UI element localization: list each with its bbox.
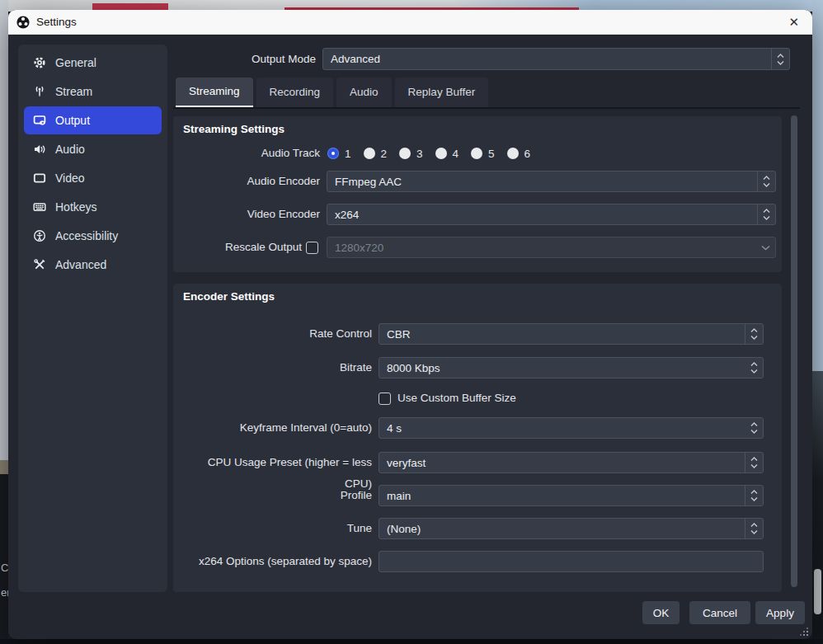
- content-scrollbar[interactable]: [791, 115, 797, 587]
- dropdown-arrows: [757, 204, 775, 224]
- bitrate-value: 8000 Kbps: [387, 362, 440, 374]
- sidebar-item-label: Stream: [55, 85, 92, 98]
- radio-label: 2: [381, 148, 388, 160]
- desktop-right-strip: [812, 0, 823, 371]
- radio-circle: [435, 148, 447, 159]
- desktop-left-dark-strip: [0, 474, 8, 644]
- tab-separator: [173, 107, 800, 109]
- x264-options-input[interactable]: [379, 551, 764, 572]
- output-mode-value: Advanced: [331, 53, 380, 65]
- audio-encoder-select[interactable]: FFmpeg AAC: [327, 171, 776, 192]
- speaker-icon: [33, 143, 46, 156]
- rescale-output-checkbox[interactable]: [306, 242, 318, 254]
- dropdown-arrows: [745, 453, 763, 472]
- sidebar-item-label: Audio: [55, 143, 85, 156]
- sidebar-item-label: Advanced: [55, 258, 106, 271]
- tab-replay-buffer[interactable]: Replay Buffer: [395, 78, 489, 107]
- spin-up-arrow[interactable]: [750, 362, 758, 367]
- audio-track-radio-3[interactable]: 3: [399, 148, 423, 160]
- radio-label: 6: [524, 148, 531, 160]
- video-encoder-label: Video Encoder: [181, 204, 320, 225]
- ok-button[interactable]: OK: [642, 601, 680, 624]
- resize-grip[interactable]: [798, 626, 808, 636]
- sidebar-item-general[interactable]: General: [24, 49, 162, 77]
- spin-down-arrow[interactable]: [750, 429, 758, 434]
- dropdown-arrows: [757, 172, 775, 191]
- antenna-icon: [33, 85, 46, 98]
- tune-value: (None): [387, 523, 421, 535]
- sidebar-item-label: Video: [55, 172, 85, 185]
- sidebar-item-output[interactable]: Output: [24, 106, 162, 134]
- rescale-resolution-value: 1280x720: [335, 242, 383, 254]
- custom-buffer-checkbox[interactable]: [379, 393, 391, 405]
- screen: Ca er Settings ✕: [0, 0, 823, 644]
- audio-encoder-value: FFmpeg AAC: [335, 176, 402, 188]
- rescale-output-label: Rescale Output: [181, 237, 302, 258]
- tune-label: Tune: [181, 518, 372, 539]
- profile-label: Profile: [181, 485, 372, 506]
- audio-track-radio-2[interactable]: 2: [364, 148, 388, 160]
- tab-recording[interactable]: Recording: [256, 78, 334, 107]
- titlebar[interactable]: Settings ✕: [8, 10, 812, 35]
- output-mode-select[interactable]: Advanced: [322, 48, 790, 70]
- obs-logo-icon: [16, 16, 30, 29]
- audio-track-radio-4[interactable]: 4: [435, 148, 459, 160]
- sidebar: General Stream: [18, 45, 167, 592]
- x264-options-label: x264 Options (separated by space): [181, 551, 372, 572]
- dropdown-arrows: [745, 519, 763, 538]
- streaming-settings-group: Streaming Settings Audio Track 1 2 3 4: [173, 116, 782, 272]
- sidebar-item-accessibility[interactable]: Accessibility: [24, 222, 162, 250]
- tab-audio[interactable]: Audio: [336, 78, 392, 107]
- bitrate-label: Bitrate: [181, 357, 372, 378]
- cpu-preset-select[interactable]: veryfast: [379, 452, 764, 473]
- window-title: Settings: [36, 16, 77, 28]
- spinner-arrows: [745, 358, 763, 378]
- audio-track-radio-5[interactable]: 5: [471, 148, 495, 160]
- cpu-preset-value: veryfast: [387, 457, 426, 469]
- audio-track-label: Audio Track: [181, 143, 320, 164]
- sidebar-item-video[interactable]: Video: [24, 164, 162, 192]
- radio-circle: [399, 148, 411, 159]
- rescale-resolution-combo[interactable]: 1280x720: [327, 237, 776, 258]
- radio-label: 1: [345, 148, 351, 160]
- bitrate-spinner[interactable]: 8000 Kbps: [379, 357, 764, 378]
- rate-control-select[interactable]: CBR: [379, 323, 764, 345]
- radio-circle: [471, 148, 482, 159]
- accessibility-icon: [33, 229, 46, 242]
- apply-button[interactable]: Apply: [755, 601, 805, 624]
- dropdown-arrows: [771, 49, 789, 69]
- rate-control-label: Rate Control: [181, 323, 372, 345]
- radio-label: 3: [416, 148, 423, 160]
- video-encoder-select[interactable]: x264: [327, 204, 776, 225]
- radio-label: 4: [453, 148, 459, 160]
- video-encoder-value: x264: [335, 209, 359, 221]
- desktop-left-strip: [0, 0, 8, 460]
- spin-down-arrow[interactable]: [750, 369, 758, 374]
- tune-select[interactable]: (None): [379, 518, 764, 539]
- group-title: Streaming Settings: [183, 123, 285, 135]
- tools-icon: [33, 258, 46, 271]
- sidebar-item-stream[interactable]: Stream: [24, 78, 162, 106]
- gear-icon: [33, 56, 46, 69]
- cancel-button[interactable]: Cancel: [689, 601, 750, 624]
- tab-streaming[interactable]: Streaming: [176, 78, 253, 107]
- settings-window: Settings ✕ General: [8, 10, 812, 639]
- spin-up-arrow[interactable]: [750, 422, 758, 427]
- rate-control-value: CBR: [387, 328, 411, 341]
- sidebar-item-advanced[interactable]: Advanced: [24, 251, 162, 279]
- encoder-settings-group: Encoder Settings Rate Control CBR Bitrat…: [173, 284, 782, 592]
- output-icon: [33, 114, 46, 127]
- audio-track-radio-1[interactable]: 1: [327, 148, 351, 160]
- keyboard-icon: [33, 200, 46, 214]
- profile-select[interactable]: main: [379, 485, 764, 506]
- keyframe-interval-spinner[interactable]: 4 s: [379, 417, 764, 439]
- sidebar-item-audio[interactable]: Audio: [24, 135, 162, 163]
- close-icon[interactable]: ✕: [783, 10, 804, 35]
- custom-buffer-label: Use Custom Buffer Size: [397, 388, 516, 409]
- radio-circle: [364, 148, 375, 159]
- sidebar-item-hotkeys[interactable]: Hotkeys: [24, 193, 162, 221]
- spinner-arrows: [745, 418, 763, 438]
- audio-track-radio-6[interactable]: 6: [507, 148, 531, 160]
- dropdown-arrow: [761, 237, 770, 257]
- audio-track-radios: 1 2 3 4 5: [327, 143, 543, 164]
